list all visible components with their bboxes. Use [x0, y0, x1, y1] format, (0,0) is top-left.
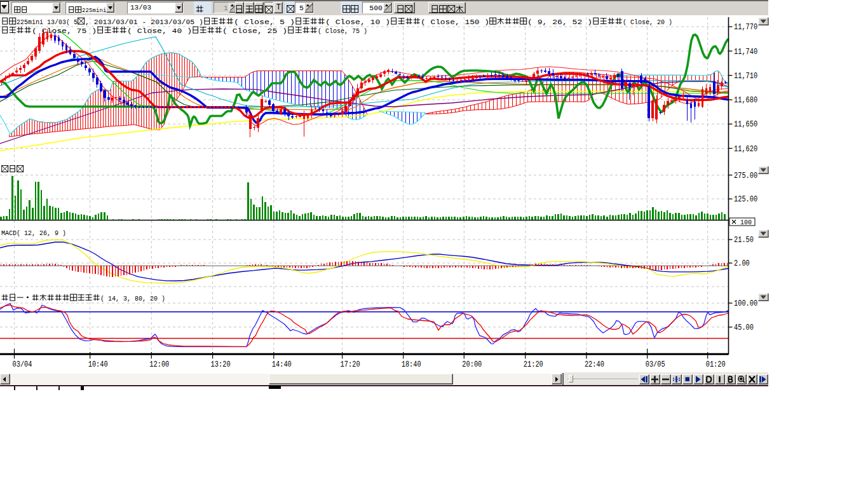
svg-text:20:00: 20:00	[462, 360, 482, 369]
svg-text:18:40: 18:40	[402, 360, 421, 369]
svg-text:11,650: 11,650	[734, 120, 757, 129]
svg-text:MACD( 12, 26, 9 ): MACD( 12, 26, 9 )	[1, 229, 66, 237]
svg-text:( Close, 20 ): ( Close, 20 )	[623, 18, 672, 26]
svg-text:( Close, 10 ): ( Close, 10 )	[325, 18, 390, 26]
svg-text:( Close, 75 ): ( Close, 75 )	[32, 27, 97, 35]
svg-text:100.00: 100.00	[734, 299, 757, 308]
svg-text:( 14, 3, 80, 20 ): ( 14, 3, 80, 20 )	[100, 294, 165, 302]
svg-text:275.00: 275.00	[734, 172, 757, 180]
svg-text:, 2013/03/01 - 2013/03/05 ): , 2013/03/01 - 2013/03/05 )	[85, 18, 203, 26]
svg-text:45.00: 45.00	[734, 323, 754, 332]
svg-text:14:40: 14:40	[272, 360, 292, 369]
svg-text:( Close, 40 ): ( Close, 40 )	[127, 27, 192, 35]
svg-text:11,770: 11,770	[734, 23, 757, 32]
svg-text:21.50: 21.50	[734, 236, 754, 245]
svg-text:( Close, 25 ): ( Close, 25 )	[222, 27, 287, 35]
svg-text:13:20: 13:20	[211, 360, 231, 369]
svg-text:03/05: 03/05	[646, 360, 665, 369]
svg-text:10:40: 10:40	[88, 360, 108, 369]
svg-text:11,620: 11,620	[734, 145, 757, 154]
svg-text:11,710: 11,710	[734, 72, 757, 81]
svg-text:125.00: 125.00	[734, 195, 757, 204]
svg-text:( Close, 150 ): ( Close, 150 )	[421, 18, 489, 26]
svg-text:2.00: 2.00	[734, 259, 750, 268]
svg-text:11,740: 11,740	[734, 48, 757, 57]
svg-text:( Close, 75 ): ( Close, 75 )	[318, 27, 367, 35]
svg-text:100: 100	[740, 218, 752, 226]
svg-text:17:20: 17:20	[341, 360, 360, 369]
svg-text:( 9, 26, 52 ): ( 9, 26, 52 )	[527, 18, 592, 26]
svg-text:11,680: 11,680	[734, 96, 757, 105]
svg-text:01:20: 01:20	[706, 360, 726, 369]
svg-text:21:20: 21:20	[524, 360, 543, 369]
svg-text:225mini 13/03( 5: 225mini 13/03( 5	[17, 18, 78, 26]
svg-text:( Close, 5 ): ( Close, 5 )	[234, 18, 295, 26]
svg-text:03/04: 03/04	[13, 360, 32, 369]
svg-text:12:00: 12:00	[149, 360, 169, 369]
svg-text:22:40: 22:40	[585, 360, 604, 369]
